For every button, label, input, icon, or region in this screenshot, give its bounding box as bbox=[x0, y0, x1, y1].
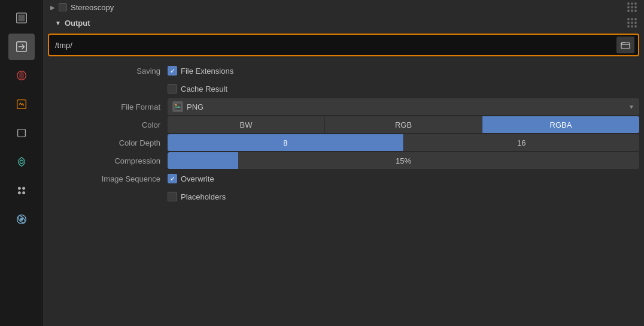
sidebar-icon-particles[interactable] bbox=[8, 177, 35, 204]
image-sequence-row: Image Sequence Overwrite bbox=[48, 170, 639, 187]
placeholders-value: Placeholders bbox=[168, 192, 639, 201]
compression-value-container: 15% bbox=[168, 152, 639, 169]
color-row: Color BW RGB RGBA bbox=[48, 116, 639, 133]
placeholders-label: Placeholders bbox=[181, 192, 226, 201]
svg-rect-14 bbox=[621, 43, 630, 49]
image-sequence-label: Image Sequence bbox=[48, 174, 168, 183]
placeholders-checkbox[interactable] bbox=[168, 192, 177, 201]
sidebar-icon-scene[interactable] bbox=[8, 91, 35, 117]
stereoscopy-dots[interactable] bbox=[627, 2, 637, 12]
placeholders-row: Placeholders bbox=[48, 188, 639, 205]
file-format-label: File Format bbox=[48, 102, 168, 111]
color-rgb-button[interactable]: RGB bbox=[325, 116, 482, 133]
color-bw-button[interactable]: BW bbox=[168, 116, 324, 133]
svg-point-13 bbox=[20, 218, 23, 221]
cache-result-value: Cache Result bbox=[168, 84, 639, 93]
color-label: Color bbox=[48, 120, 168, 129]
color-button-group: BW RGB RGBA bbox=[168, 116, 639, 133]
saving-row: Saving File Extensions bbox=[48, 62, 639, 79]
cache-result-row: Cache Result bbox=[48, 80, 639, 97]
cache-result-checkbox[interactable] bbox=[168, 84, 177, 93]
file-format-value-text: PNG bbox=[187, 102, 203, 111]
file-format-chevron-icon: ▼ bbox=[628, 104, 634, 110]
main-panel: ▶ Stereoscopy ▼ Output /tmp/ bbox=[43, 0, 644, 326]
svg-point-16 bbox=[175, 104, 177, 106]
stereoscopy-row: ▶ Stereoscopy bbox=[43, 0, 644, 14]
output-path-input[interactable]: /tmp/ bbox=[55, 41, 614, 50]
stereoscopy-label: Stereoscopy bbox=[71, 3, 114, 12]
color-depth-8-button[interactable]: 8 bbox=[168, 134, 403, 151]
output-collapse-arrow: ▼ bbox=[55, 20, 61, 26]
sidebar-icon-output[interactable] bbox=[8, 34, 35, 60]
saving-value: File Extensions bbox=[168, 66, 639, 76]
image-sequence-value: Overwrite bbox=[168, 174, 639, 183]
overwrite-wrapper[interactable]: Overwrite bbox=[168, 174, 214, 183]
color-depth-button-group: 8 16 bbox=[168, 134, 639, 151]
output-section-header[interactable]: ▼ Output bbox=[43, 14, 644, 31]
cache-result-label: Cache Result bbox=[181, 84, 227, 93]
compression-slider[interactable]: 15% bbox=[168, 152, 639, 169]
color-value: BW RGB RGBA bbox=[168, 116, 639, 133]
color-depth-label: Color Depth bbox=[48, 138, 168, 147]
sidebar-icon-physics[interactable] bbox=[8, 206, 35, 233]
svg-point-6 bbox=[20, 160, 23, 164]
sidebar-icon-render[interactable] bbox=[8, 5, 35, 31]
stereoscopy-collapse-arrow[interactable]: ▶ bbox=[50, 4, 55, 11]
sidebar-icon-modifier[interactable] bbox=[8, 149, 35, 175]
output-path-browse-button[interactable] bbox=[616, 37, 634, 53]
sidebar-icon-object[interactable] bbox=[8, 120, 35, 146]
file-format-dropdown[interactable]: PNG ▼ bbox=[168, 98, 639, 115]
svg-rect-5 bbox=[18, 129, 26, 137]
svg-point-9 bbox=[19, 192, 21, 194]
placeholders-wrapper[interactable]: Placeholders bbox=[168, 192, 226, 201]
color-rgba-button[interactable]: RGBA bbox=[482, 116, 639, 133]
overwrite-checkbox[interactable] bbox=[168, 174, 177, 183]
svg-point-8 bbox=[23, 188, 25, 190]
sidebar bbox=[0, 0, 43, 326]
file-extensions-checkbox[interactable] bbox=[168, 66, 177, 76]
file-format-row: File Format PNG ▼ bbox=[48, 98, 639, 115]
sidebar-icon-viewlayer[interactable] bbox=[8, 62, 35, 89]
color-depth-16-button[interactable]: 16 bbox=[404, 134, 640, 151]
output-properties: Saving File Extensions Cache Result File… bbox=[43, 60, 644, 209]
file-extensions-label: File Extensions bbox=[181, 67, 233, 76]
output-section-title: Output bbox=[65, 19, 90, 28]
file-extensions-wrapper[interactable]: File Extensions bbox=[168, 66, 233, 76]
svg-point-7 bbox=[19, 188, 21, 190]
cache-result-wrapper[interactable]: Cache Result bbox=[168, 84, 227, 93]
file-format-value: PNG ▼ bbox=[168, 98, 639, 115]
svg-rect-1 bbox=[19, 15, 25, 22]
color-depth-value: 8 16 bbox=[168, 134, 639, 151]
compression-display: 15% bbox=[168, 156, 639, 165]
format-icon bbox=[172, 101, 183, 112]
color-depth-row: Color Depth 8 16 bbox=[48, 134, 639, 151]
compression-row: Compression 15% bbox=[48, 152, 639, 169]
overwrite-label: Overwrite bbox=[181, 174, 214, 183]
saving-label: Saving bbox=[48, 67, 168, 76]
svg-point-10 bbox=[23, 192, 25, 194]
output-path-row: /tmp/ bbox=[48, 34, 639, 56]
compression-label: Compression bbox=[48, 156, 168, 165]
stereoscopy-checkbox[interactable] bbox=[59, 3, 67, 11]
output-dots[interactable] bbox=[627, 18, 637, 28]
